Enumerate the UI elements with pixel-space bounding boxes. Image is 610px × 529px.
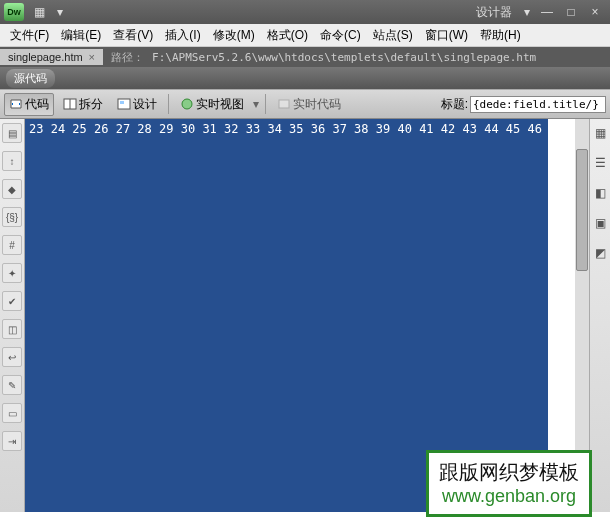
source-code-button[interactable]: 源代码 bbox=[6, 69, 55, 88]
collapse-icon[interactable]: ↕ bbox=[2, 151, 22, 171]
file-path: F:\APMServ5.2.6\www\htdocs\templets\defa… bbox=[152, 51, 536, 64]
svg-rect-3 bbox=[120, 101, 124, 104]
split-view-button[interactable]: 拆分 bbox=[58, 93, 108, 116]
view-toolbar: 代码 拆分 设计 实时视图 ▾ 实时代码 标题: bbox=[0, 89, 610, 119]
design-view-label: 设计 bbox=[133, 96, 157, 113]
apply-comment-icon[interactable]: ◫ bbox=[2, 319, 22, 339]
workspace-dropdown-icon[interactable]: ▾ bbox=[518, 5, 536, 19]
line-numbers-icon[interactable]: # bbox=[2, 235, 22, 255]
watermark-line2: www.genban.org bbox=[439, 485, 579, 508]
dropdown-icon[interactable]: ▾ bbox=[253, 97, 259, 111]
menu-modify[interactable]: 修改(M) bbox=[207, 27, 261, 44]
minimize-button[interactable]: — bbox=[536, 4, 558, 20]
code-view-label: 代码 bbox=[25, 96, 49, 113]
split-icon bbox=[63, 97, 77, 111]
code-toolbar-left: ▤ ↕ ◆ {§} # ✦ ✔ ◫ ↩ ✎ ▭ ⇥ bbox=[0, 119, 25, 512]
menu-insert[interactable]: 插入(I) bbox=[159, 27, 206, 44]
design-icon bbox=[117, 97, 131, 111]
title-label: 标题: bbox=[441, 96, 468, 113]
indent-icon[interactable]: ⇥ bbox=[2, 431, 22, 451]
live-code-label: 实时代码 bbox=[293, 96, 341, 113]
path-label: 路径： bbox=[103, 50, 152, 65]
svg-point-4 bbox=[182, 99, 192, 109]
panel-dock-right: ▦ ☰ ◧ ▣ ◩ bbox=[589, 119, 610, 512]
watermark-line1: 跟版网织梦模板 bbox=[439, 459, 579, 485]
wrap-tag-icon[interactable]: ↩ bbox=[2, 347, 22, 367]
live-code-button[interactable]: 实时代码 bbox=[272, 93, 346, 116]
menu-window[interactable]: 窗口(W) bbox=[419, 27, 474, 44]
ap-elements-icon[interactable]: ◧ bbox=[592, 185, 608, 201]
menu-commands[interactable]: 命令(C) bbox=[314, 27, 367, 44]
tab-label: singlepage.htm bbox=[8, 51, 83, 63]
live-view-icon bbox=[180, 97, 194, 111]
live-view-button[interactable]: 实时视图 bbox=[175, 93, 249, 116]
files-panel-icon[interactable]: ▣ bbox=[592, 215, 608, 231]
design-view-button[interactable]: 设计 bbox=[112, 93, 162, 116]
document-tab-bar: singlepage.htm × 路径： F:\APMServ5.2.6\www… bbox=[0, 47, 610, 67]
open-documents-icon[interactable]: ▤ bbox=[2, 123, 22, 143]
menu-edit[interactable]: 编辑(E) bbox=[55, 27, 107, 44]
split-view-label: 拆分 bbox=[79, 96, 103, 113]
dropdown-icon[interactable]: ▾ bbox=[51, 5, 69, 19]
menu-file[interactable]: 文件(F) bbox=[4, 27, 55, 44]
live-view-label: 实时视图 bbox=[196, 96, 244, 113]
watermark: 跟版网织梦模板 www.genban.org bbox=[426, 450, 592, 517]
menu-bar: 文件(F) 编辑(E) 查看(V) 插入(I) 修改(M) 格式(O) 命令(C… bbox=[0, 24, 610, 47]
document-tab[interactable]: singlepage.htm × bbox=[0, 49, 103, 65]
balance-braces-icon[interactable]: {§} bbox=[2, 207, 22, 227]
close-button[interactable]: × bbox=[584, 4, 606, 20]
layout-menu-icon[interactable]: ▦ bbox=[28, 5, 51, 19]
assets-panel-icon[interactable]: ◩ bbox=[592, 245, 608, 261]
code-icon bbox=[9, 97, 23, 111]
related-files-bar: 源代码 bbox=[0, 67, 610, 89]
live-code-icon bbox=[277, 97, 291, 111]
title-input[interactable] bbox=[470, 96, 606, 113]
svg-rect-5 bbox=[279, 100, 289, 108]
maximize-button[interactable]: □ bbox=[560, 4, 582, 20]
workspace-switcher[interactable]: 设计器 bbox=[470, 4, 518, 21]
select-parent-icon[interactable]: ◆ bbox=[2, 179, 22, 199]
code-view-button[interactable]: 代码 bbox=[4, 93, 54, 116]
title-bar: Dw ▦ ▾ 设计器 ▾ — □ × bbox=[0, 0, 610, 24]
scrollbar-thumb[interactable] bbox=[576, 149, 588, 271]
menu-format[interactable]: 格式(O) bbox=[261, 27, 314, 44]
syntax-check-icon[interactable]: ✔ bbox=[2, 291, 22, 311]
recent-snippets-icon[interactable]: ✎ bbox=[2, 375, 22, 395]
tab-close-icon[interactable]: × bbox=[89, 51, 95, 63]
menu-view[interactable]: 查看(V) bbox=[107, 27, 159, 44]
menu-help[interactable]: 帮助(H) bbox=[474, 27, 527, 44]
move-css-icon[interactable]: ▭ bbox=[2, 403, 22, 423]
highlight-icon[interactable]: ✦ bbox=[2, 263, 22, 283]
insert-panel-icon[interactable]: ▦ bbox=[592, 125, 608, 141]
menu-site[interactable]: 站点(S) bbox=[367, 27, 419, 44]
app-logo-icon: Dw bbox=[4, 3, 24, 21]
css-panel-icon[interactable]: ☰ bbox=[592, 155, 608, 171]
